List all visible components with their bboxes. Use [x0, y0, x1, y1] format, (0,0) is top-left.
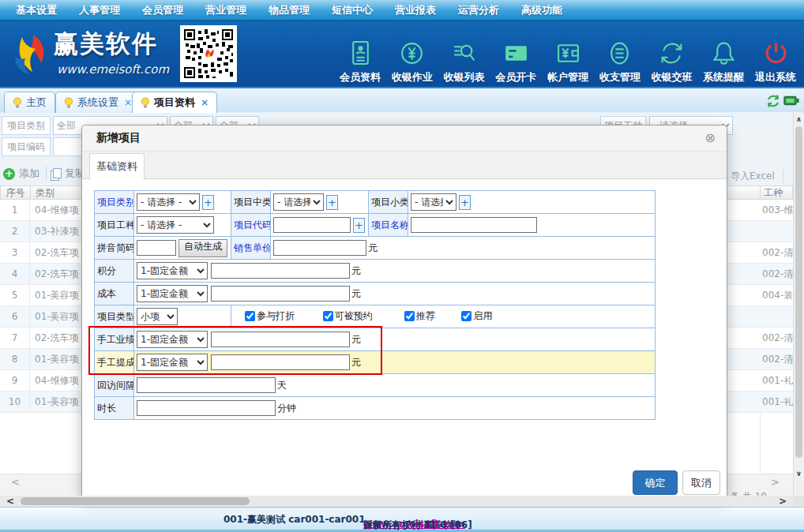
menu-item-basic-settings[interactable]: 基本设置: [16, 3, 57, 17]
scroll-up-icon[interactable]: ∧: [794, 115, 804, 123]
menu-item-analysis[interactable]: 运营分析: [458, 3, 499, 17]
duration-unit: 分钟: [277, 403, 296, 414]
pager-next-icon[interactable]: >: [771, 476, 780, 488]
import-excel-button[interactable]: 导入Excel: [731, 170, 783, 183]
mid-class-select[interactable]: - 请选择 -: [273, 193, 324, 211]
form-row-cost: 成本 1-固定金额 元: [95, 283, 656, 305]
discount-checkbox[interactable]: 参与打折: [245, 309, 295, 323]
main-menu-bar: 基本设置 人事管理 会员管理 营业管理 物品管理 短信中心 营业报表 运营分析 …: [0, 0, 804, 21]
dialog-close-icon[interactable]: ⊗: [705, 132, 716, 144]
scrollbar-corner: [793, 496, 804, 507]
scroll-right-icon[interactable]: >: [779, 496, 787, 507]
status-bar: 001-赢美测试 car001-car001 版权所有 广州赢美软件 www.e…: [0, 507, 804, 532]
tab-project-data[interactable]: 项目资料 ×: [132, 92, 217, 113]
revisit-unit: 天: [277, 380, 287, 391]
manual-performance-input[interactable]: [211, 332, 350, 347]
toolbar-cashier[interactable]: 收银作业: [387, 25, 438, 84]
toolbar-income-expense[interactable]: 收支管理: [595, 25, 645, 84]
scroll-left-icon[interactable]: <: [6, 496, 14, 507]
toolbar-label: 系统提醒: [703, 70, 744, 84]
battery-icon[interactable]: [783, 94, 799, 107]
generate-code-button[interactable]: +: [353, 218, 365, 233]
worktype-select[interactable]: - 请选择 -: [137, 216, 214, 234]
cost-label: 成本: [95, 283, 134, 305]
tab-system-settings[interactable]: 系统设置 ×: [55, 92, 141, 113]
manual-commission-type-select[interactable]: 1-固定金额: [137, 354, 208, 371]
menu-item-business[interactable]: 营业管理: [205, 3, 246, 17]
toolbar-system-reminder[interactable]: 系统提醒: [698, 25, 749, 84]
grid-header-worker[interactable]: 工种: [760, 185, 793, 200]
dialog-header: 新增项目 ⊗: [82, 126, 727, 152]
toolbar-cashier-list[interactable]: 收银列表: [439, 25, 490, 84]
code-label: 项目代码: [231, 214, 271, 237]
category-select[interactable]: - 请选择 -: [137, 193, 200, 211]
scroll-down-icon[interactable]: ∨: [794, 470, 804, 478]
manual-performance-type-select[interactable]: 1-固定金额: [137, 331, 208, 348]
toolbar-label: 帐户管理: [547, 70, 588, 84]
menu-item-goods[interactable]: 物品管理: [269, 3, 310, 17]
project-type-select[interactable]: 小项: [137, 308, 178, 325]
tab-home[interactable]: 主页: [4, 92, 55, 113]
points-type-select[interactable]: 1-固定金额: [137, 262, 208, 279]
copy-button[interactable]: 复制: [51, 167, 85, 181]
grid-header-no[interactable]: 序号: [0, 185, 31, 200]
points-input[interactable]: [211, 263, 350, 279]
yen-coin-icon: [399, 40, 425, 66]
cost-input[interactable]: [211, 286, 350, 302]
refresh-icon[interactable]: [766, 94, 780, 108]
toolbar-label: 收支管理: [599, 70, 641, 84]
enabled-checkbox[interactable]: 启用: [461, 309, 492, 323]
cost-unit: 元: [351, 288, 361, 299]
app-header: 赢美软件 www.emeisoft.com 会员资料 收银作业: [0, 21, 804, 88]
tab-close-icon[interactable]: ×: [201, 97, 209, 108]
add-project-dialog: 新增项目 ⊗ 基础资料 项目类别 - 请选择 -+ 项目中类 - 请选择 -+ …: [81, 125, 727, 500]
menu-item-members[interactable]: 会员管理: [142, 3, 183, 17]
menu-item-reports[interactable]: 营业报表: [395, 3, 436, 17]
tab-close-icon[interactable]: ×: [124, 97, 132, 108]
price-unit: 元: [368, 242, 378, 253]
menu-item-hr[interactable]: 人事管理: [79, 3, 120, 17]
toolbar-member-card[interactable]: 会员开卡: [490, 25, 541, 84]
sub-class-select[interactable]: - 请选择 -: [411, 193, 456, 211]
tab-basic-info[interactable]: 基础资料: [89, 153, 145, 180]
pinyin-input[interactable]: [137, 240, 176, 256]
cost-type-select[interactable]: 1-固定金额: [137, 285, 208, 302]
manual-commission-input[interactable]: [211, 354, 350, 370]
revisit-label: 回访间隔: [95, 374, 134, 397]
menu-item-sms[interactable]: 短信中心: [332, 3, 373, 17]
cancel-button[interactable]: 取消: [682, 470, 720, 495]
add-button[interactable]: + 添加: [3, 167, 39, 181]
auto-generate-button[interactable]: 自动生成: [178, 239, 227, 257]
vertical-scroll-thumb[interactable]: [795, 126, 802, 458]
vertical-scrollbar[interactable]: ∧ ∨: [793, 113, 804, 507]
revisit-input[interactable]: [137, 377, 276, 393]
recommend-checkbox[interactable]: 推荐: [404, 309, 435, 323]
form-row-manual-performance: 手工业绩 1-固定金额 元: [95, 328, 656, 351]
menu-item-advanced[interactable]: 高级功能: [521, 3, 562, 17]
form-row-type: 项目类型 小项 参与打折 可被预约 推荐 启用: [95, 305, 656, 328]
duration-input[interactable]: [137, 400, 276, 416]
pager-prev-icon[interactable]: <: [11, 476, 20, 488]
manual-performance-unit: 元: [351, 334, 361, 345]
tab-label: 主页: [26, 96, 47, 110]
toolbar-member-profile[interactable]: 会员资料: [335, 25, 385, 84]
add-sub-class-button[interactable]: +: [459, 195, 471, 210]
toolbar-shift-change[interactable]: 收银交班: [647, 25, 697, 84]
price-input[interactable]: [273, 240, 366, 256]
toolbar-account[interactable]: 帐户管理: [543, 25, 593, 84]
horizontal-scroll-thumb[interactable]: [21, 497, 250, 505]
toolbar-label: 退出系统: [755, 70, 796, 84]
sub-class-label: 项目小类: [369, 191, 408, 214]
code-input[interactable]: [273, 217, 351, 233]
add-mid-class-button[interactable]: +: [326, 195, 338, 210]
bulb-icon: [141, 97, 150, 109]
horizontal-scrollbar[interactable]: < >: [0, 496, 793, 507]
bookable-checkbox[interactable]: 可被预约: [323, 309, 373, 323]
ok-button[interactable]: 确定: [633, 470, 678, 495]
pinyin-label: 拼音简码: [95, 237, 134, 260]
bulb-icon: [64, 97, 73, 109]
toolbar-exit-system[interactable]: 退出系统: [750, 25, 801, 84]
add-category-button[interactable]: +: [202, 195, 214, 210]
points-label: 积分: [95, 260, 134, 283]
name-input[interactable]: [411, 217, 537, 233]
